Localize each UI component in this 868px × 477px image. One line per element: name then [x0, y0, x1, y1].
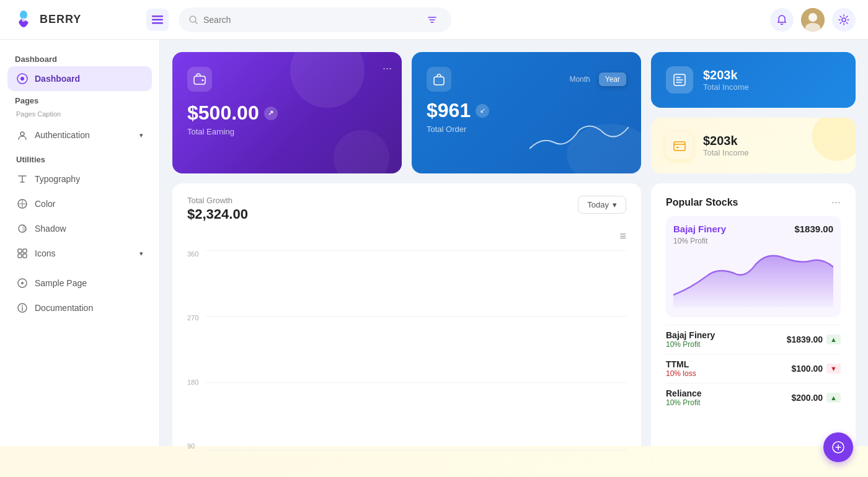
tab-month[interactable]: Month: [563, 72, 596, 86]
svg-rect-28: [676, 147, 679, 148]
stock-item-info-reliance: Reliance 10% Profit: [666, 388, 702, 407]
bg-decor-2: [334, 130, 389, 173]
chevron-down-icon-today: ▾: [613, 200, 617, 209]
search-icon: [188, 15, 198, 25]
svg-rect-17: [23, 249, 27, 253]
avatar[interactable]: [801, 8, 825, 32]
chevron-down-icon-icons: ▾: [140, 250, 143, 258]
svg-rect-19: [23, 254, 27, 258]
stock-price-ttml: $100.00: [792, 364, 823, 374]
stock-name-reliance: Reliance: [666, 388, 702, 398]
earning-amount: $500.00 ↗: [187, 102, 387, 125]
sidebar-item-documentation[interactable]: Documentation: [7, 295, 152, 320]
stock-area-chart: [673, 245, 833, 307]
order-chart-line: [529, 118, 629, 155]
sidebar-item-color[interactable]: Color: [7, 191, 152, 216]
sidebar-item-label-docs: Documentation: [35, 303, 93, 313]
settings-button[interactable]: [832, 8, 856, 32]
stock-item-ttml[interactable]: TTML 10% loss $100.00 ▼: [666, 354, 841, 383]
y-label-360: 360: [187, 250, 198, 258]
menu-button[interactable]: [146, 9, 169, 31]
income-yellow-info: $203k Total Income: [703, 134, 749, 157]
sidebar-item-typography[interactable]: Typography: [7, 167, 152, 191]
sample-page-icon: [16, 277, 29, 289]
auth-icon: [16, 129, 29, 141]
main-content: ··· $500.00 ↗ Total Earning Month Year: [160, 40, 868, 477]
svg-rect-25: [434, 77, 444, 85]
search-bar: [179, 7, 451, 32]
chart-menu-icon[interactable]: ≡: [187, 230, 626, 243]
sidebar-item-authentication[interactable]: Authentication ▾: [7, 123, 152, 147]
stock-sub-bajaj: 10% Profit: [666, 340, 715, 349]
income-col: $203k Total Income $203k Total Income: [651, 52, 856, 173]
sidebar-section-dashboard: Dashboard: [7, 50, 152, 66]
tab-year[interactable]: Year: [599, 72, 626, 86]
stock-name-bajaj: Bajaj Finery: [666, 330, 715, 340]
income-blue-icon: [666, 66, 693, 94]
order-tabs: Month Year: [563, 72, 626, 86]
stock-item-bajaj[interactable]: Bajaj Finery 10% Profit $1839.00 ▲: [666, 325, 841, 354]
sidebar: Dashboard Dashboard Pages Pages Caption …: [0, 40, 160, 477]
card-menu-dots[interactable]: ···: [383, 62, 392, 75]
app-name: BERRY: [40, 13, 81, 26]
stock-badge-up-bajaj: ▲: [826, 335, 841, 344]
y-label-270: 270: [187, 314, 198, 322]
svg-rect-16: [18, 249, 22, 253]
wallet-icon: [187, 67, 212, 92]
sidebar-pages-caption: Pages Caption: [7, 108, 152, 123]
svg-rect-4: [152, 19, 163, 20]
stock-badge-down-ttml: ▼: [826, 364, 841, 374]
sidebar-item-shadow[interactable]: Shadow: [7, 216, 152, 241]
stock-featured-row: Bajaj Finery $1839.00: [673, 224, 833, 234]
stock-items-list: Bajaj Finery 10% Profit $1839.00 ▲ TTML …: [666, 325, 841, 412]
search-input[interactable]: [203, 15, 418, 25]
stock-sub-ttml: 10% loss: [666, 369, 696, 378]
sidebar-item-sample-page[interactable]: Sample Page: [7, 271, 152, 295]
svg-point-8: [808, 13, 817, 22]
stock-sub-reliance: 10% Profit: [666, 398, 702, 407]
topbar: BERRY: [0, 0, 868, 40]
sidebar-item-label-auth: Authentication: [35, 130, 90, 140]
sidebar-section-utilities: Utilities: [7, 147, 152, 167]
dashboard-icon: [16, 72, 29, 85]
today-label: Today: [587, 200, 609, 209]
svg-rect-27: [674, 142, 685, 151]
svg-point-1: [20, 11, 27, 19]
growth-title: Total Growth: [187, 196, 248, 205]
stock-name-ttml: TTML: [666, 359, 696, 369]
notification-button[interactable]: [770, 8, 794, 32]
stock-item-info: Bajaj Finery 10% Profit: [666, 330, 715, 349]
color-icon: [16, 198, 29, 210]
icons-menu-icon: [16, 247, 29, 260]
stocks-header: Popular Stocks ···: [666, 196, 841, 209]
fab-button[interactable]: [823, 432, 853, 462]
logo: BERRY: [12, 9, 136, 31]
y-axis: 360 270 180 90: [187, 248, 198, 452]
svg-point-12: [20, 77, 24, 81]
growth-card: Total Growth $2,324.00 Today ▾ ≡ 360 270: [172, 183, 641, 465]
bag-icon: [427, 67, 451, 92]
income-yellow-amount: $203k: [703, 134, 749, 148]
sidebar-item-label-color: Color: [35, 199, 55, 209]
income-yellow-card: $203k Total Income: [651, 118, 856, 173]
stock-featured-price: $1839.00: [794, 224, 833, 234]
sidebar-item-dashboard[interactable]: Dashboard: [7, 66, 152, 91]
income-blue-card: $203k Total Income: [651, 52, 856, 108]
trend-down-icon: ↙: [476, 104, 489, 118]
sidebar-item-label-typography: Typography: [35, 174, 80, 184]
bottom-row: Total Growth $2,324.00 Today ▾ ≡ 360 270: [172, 183, 856, 465]
stocks-more-icon[interactable]: ···: [831, 196, 841, 209]
income-blue-amount: $203k: [703, 68, 749, 82]
sidebar-item-label-sample: Sample Page: [35, 278, 87, 288]
stock-badge-up-reliance: ▲: [826, 393, 841, 403]
income-blue-label: Total Income: [703, 82, 749, 92]
svg-point-2: [22, 18, 25, 22]
sidebar-item-icons[interactable]: Icons ▾: [7, 241, 152, 266]
stock-item-reliance[interactable]: Reliance 10% Profit $200.00 ▲: [666, 383, 841, 412]
sidebar-item-label-shadow: Shadow: [35, 224, 66, 234]
stocks-title: Popular Stocks: [666, 197, 738, 208]
filter-button[interactable]: [423, 11, 441, 29]
today-button[interactable]: Today ▾: [578, 196, 626, 214]
y-label-90: 90: [187, 442, 198, 450]
stocks-card: Popular Stocks ··· Bajaj Finery $1839.00…: [651, 183, 856, 465]
